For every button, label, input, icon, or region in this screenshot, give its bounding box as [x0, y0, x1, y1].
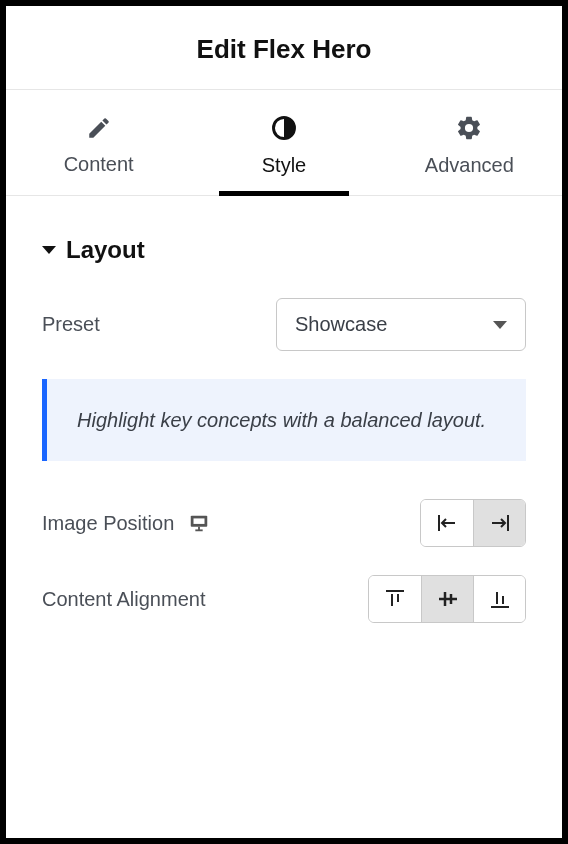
content-alignment-label: Content Alignment	[42, 588, 205, 611]
image-position-label: Image Position	[42, 512, 174, 535]
preset-value: Showcase	[295, 313, 387, 336]
preset-label: Preset	[42, 313, 100, 336]
preset-row: Preset Showcase	[42, 298, 526, 351]
caret-down-icon	[42, 246, 56, 254]
image-position-row: Image Position	[42, 499, 526, 547]
panel-header: Edit Flex Hero	[6, 6, 562, 90]
tab-style[interactable]: Style	[191, 90, 376, 195]
content-align-top[interactable]	[369, 576, 421, 622]
gear-icon	[455, 114, 483, 142]
image-position-group	[420, 499, 526, 547]
tab-label: Advanced	[425, 154, 514, 177]
svg-rect-2	[193, 518, 206, 525]
tabs: Content Style Advanced	[6, 90, 562, 196]
tab-label: Style	[262, 154, 306, 177]
style-panel: Layout Preset Showcase Highlight key con…	[6, 196, 562, 838]
preset-info: Highlight key concepts with a balanced l…	[42, 379, 526, 461]
tab-label: Content	[64, 153, 134, 176]
chevron-down-icon	[493, 321, 507, 329]
section-title: Layout	[66, 236, 145, 264]
image-position-label-group: Image Position	[42, 512, 210, 535]
content-align-bottom[interactable]	[473, 576, 525, 622]
content-align-middle[interactable]	[421, 576, 473, 622]
pencil-icon	[86, 115, 112, 141]
content-alignment-row: Content Alignment	[42, 575, 526, 623]
content-alignment-group	[368, 575, 526, 623]
preset-select[interactable]: Showcase	[276, 298, 526, 351]
image-position-right[interactable]	[473, 500, 525, 546]
contrast-icon	[270, 114, 298, 142]
tab-advanced[interactable]: Advanced	[377, 90, 562, 195]
page-title: Edit Flex Hero	[6, 34, 562, 65]
section-layout-header[interactable]: Layout	[42, 236, 526, 264]
tab-content[interactable]: Content	[6, 90, 191, 195]
desktop-icon[interactable]	[188, 512, 210, 534]
preset-info-text: Highlight key concepts with a balanced l…	[77, 409, 486, 431]
image-position-left[interactable]	[421, 500, 473, 546]
